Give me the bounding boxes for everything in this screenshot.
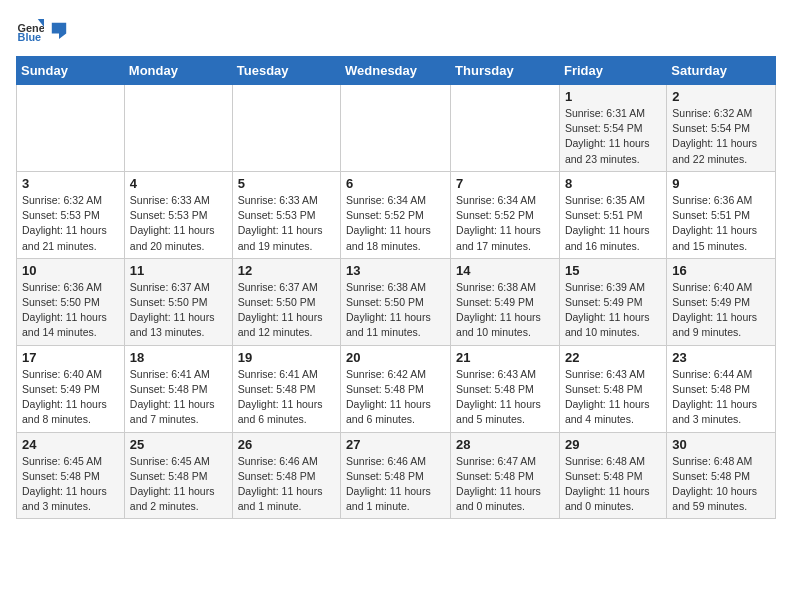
calendar-cell: 7Sunrise: 6:34 AM Sunset: 5:52 PM Daylig… — [451, 171, 560, 258]
day-info: Sunrise: 6:38 AM Sunset: 5:50 PM Dayligh… — [346, 280, 445, 341]
calendar-cell: 17Sunrise: 6:40 AM Sunset: 5:49 PM Dayli… — [17, 345, 125, 432]
calendar-cell: 16Sunrise: 6:40 AM Sunset: 5:49 PM Dayli… — [667, 258, 776, 345]
calendar-cell: 20Sunrise: 6:42 AM Sunset: 5:48 PM Dayli… — [341, 345, 451, 432]
week-row-5: 24Sunrise: 6:45 AM Sunset: 5:48 PM Dayli… — [17, 432, 776, 519]
day-info: Sunrise: 6:41 AM Sunset: 5:48 PM Dayligh… — [130, 367, 227, 428]
calendar-cell: 22Sunrise: 6:43 AM Sunset: 5:48 PM Dayli… — [559, 345, 666, 432]
calendar-cell: 9Sunrise: 6:36 AM Sunset: 5:51 PM Daylig… — [667, 171, 776, 258]
day-info: Sunrise: 6:37 AM Sunset: 5:50 PM Dayligh… — [130, 280, 227, 341]
day-number: 13 — [346, 263, 445, 278]
calendar-cell: 15Sunrise: 6:39 AM Sunset: 5:49 PM Dayli… — [559, 258, 666, 345]
day-number: 22 — [565, 350, 661, 365]
day-info: Sunrise: 6:43 AM Sunset: 5:48 PM Dayligh… — [565, 367, 661, 428]
day-info: Sunrise: 6:38 AM Sunset: 5:49 PM Dayligh… — [456, 280, 554, 341]
day-info: Sunrise: 6:40 AM Sunset: 5:49 PM Dayligh… — [22, 367, 119, 428]
calendar-cell: 23Sunrise: 6:44 AM Sunset: 5:48 PM Dayli… — [667, 345, 776, 432]
day-number: 20 — [346, 350, 445, 365]
calendar-cell: 14Sunrise: 6:38 AM Sunset: 5:49 PM Dayli… — [451, 258, 560, 345]
day-number: 23 — [672, 350, 770, 365]
day-info: Sunrise: 6:34 AM Sunset: 5:52 PM Dayligh… — [346, 193, 445, 254]
week-row-2: 3Sunrise: 6:32 AM Sunset: 5:53 PM Daylig… — [17, 171, 776, 258]
day-info: Sunrise: 6:46 AM Sunset: 5:48 PM Dayligh… — [346, 454, 445, 515]
day-info: Sunrise: 6:48 AM Sunset: 5:48 PM Dayligh… — [672, 454, 770, 515]
day-info: Sunrise: 6:41 AM Sunset: 5:48 PM Dayligh… — [238, 367, 335, 428]
day-number: 9 — [672, 176, 770, 191]
day-info: Sunrise: 6:42 AM Sunset: 5:48 PM Dayligh… — [346, 367, 445, 428]
day-info: Sunrise: 6:34 AM Sunset: 5:52 PM Dayligh… — [456, 193, 554, 254]
svg-marker-3 — [52, 23, 66, 39]
day-number: 29 — [565, 437, 661, 452]
calendar-cell: 13Sunrise: 6:38 AM Sunset: 5:50 PM Dayli… — [341, 258, 451, 345]
calendar-cell — [124, 85, 232, 172]
day-info: Sunrise: 6:44 AM Sunset: 5:48 PM Dayligh… — [672, 367, 770, 428]
day-info: Sunrise: 6:32 AM Sunset: 5:53 PM Dayligh… — [22, 193, 119, 254]
weekday-header-thursday: Thursday — [451, 57, 560, 85]
calendar-cell — [341, 85, 451, 172]
day-number: 2 — [672, 89, 770, 104]
day-info: Sunrise: 6:39 AM Sunset: 5:49 PM Dayligh… — [565, 280, 661, 341]
day-info: Sunrise: 6:47 AM Sunset: 5:48 PM Dayligh… — [456, 454, 554, 515]
calendar-cell: 25Sunrise: 6:45 AM Sunset: 5:48 PM Dayli… — [124, 432, 232, 519]
day-number: 30 — [672, 437, 770, 452]
day-number: 18 — [130, 350, 227, 365]
day-info: Sunrise: 6:32 AM Sunset: 5:54 PM Dayligh… — [672, 106, 770, 167]
day-info: Sunrise: 6:36 AM Sunset: 5:51 PM Dayligh… — [672, 193, 770, 254]
day-number: 6 — [346, 176, 445, 191]
day-number: 12 — [238, 263, 335, 278]
day-number: 5 — [238, 176, 335, 191]
day-number: 15 — [565, 263, 661, 278]
logo: General Blue — [16, 16, 68, 44]
weekday-header-tuesday: Tuesday — [232, 57, 340, 85]
day-number: 21 — [456, 350, 554, 365]
day-info: Sunrise: 6:35 AM Sunset: 5:51 PM Dayligh… — [565, 193, 661, 254]
header: General Blue — [16, 16, 776, 44]
day-number: 17 — [22, 350, 119, 365]
day-number: 19 — [238, 350, 335, 365]
calendar-cell: 10Sunrise: 6:36 AM Sunset: 5:50 PM Dayli… — [17, 258, 125, 345]
day-info: Sunrise: 6:46 AM Sunset: 5:48 PM Dayligh… — [238, 454, 335, 515]
day-info: Sunrise: 6:33 AM Sunset: 5:53 PM Dayligh… — [238, 193, 335, 254]
weekday-header-sunday: Sunday — [17, 57, 125, 85]
calendar-cell: 1Sunrise: 6:31 AM Sunset: 5:54 PM Daylig… — [559, 85, 666, 172]
day-number: 27 — [346, 437, 445, 452]
calendar-cell: 5Sunrise: 6:33 AM Sunset: 5:53 PM Daylig… — [232, 171, 340, 258]
calendar-cell: 8Sunrise: 6:35 AM Sunset: 5:51 PM Daylig… — [559, 171, 666, 258]
calendar-cell: 26Sunrise: 6:46 AM Sunset: 5:48 PM Dayli… — [232, 432, 340, 519]
day-info: Sunrise: 6:40 AM Sunset: 5:49 PM Dayligh… — [672, 280, 770, 341]
calendar-cell — [232, 85, 340, 172]
calendar-cell — [17, 85, 125, 172]
calendar-cell: 24Sunrise: 6:45 AM Sunset: 5:48 PM Dayli… — [17, 432, 125, 519]
calendar-cell: 19Sunrise: 6:41 AM Sunset: 5:48 PM Dayli… — [232, 345, 340, 432]
day-info: Sunrise: 6:33 AM Sunset: 5:53 PM Dayligh… — [130, 193, 227, 254]
logo-icon: General Blue — [16, 16, 44, 44]
day-number: 3 — [22, 176, 119, 191]
day-number: 11 — [130, 263, 227, 278]
day-number: 8 — [565, 176, 661, 191]
day-number: 4 — [130, 176, 227, 191]
calendar-cell: 29Sunrise: 6:48 AM Sunset: 5:48 PM Dayli… — [559, 432, 666, 519]
day-number: 1 — [565, 89, 661, 104]
logo-arrow-icon — [50, 21, 68, 39]
week-row-4: 17Sunrise: 6:40 AM Sunset: 5:49 PM Dayli… — [17, 345, 776, 432]
calendar-cell: 12Sunrise: 6:37 AM Sunset: 5:50 PM Dayli… — [232, 258, 340, 345]
calendar-table: SundayMondayTuesdayWednesdayThursdayFrid… — [16, 56, 776, 519]
day-info: Sunrise: 6:31 AM Sunset: 5:54 PM Dayligh… — [565, 106, 661, 167]
calendar-cell: 21Sunrise: 6:43 AM Sunset: 5:48 PM Dayli… — [451, 345, 560, 432]
day-number: 25 — [130, 437, 227, 452]
week-row-3: 10Sunrise: 6:36 AM Sunset: 5:50 PM Dayli… — [17, 258, 776, 345]
day-number: 7 — [456, 176, 554, 191]
day-number: 24 — [22, 437, 119, 452]
calendar-cell: 11Sunrise: 6:37 AM Sunset: 5:50 PM Dayli… — [124, 258, 232, 345]
svg-text:Blue: Blue — [18, 31, 42, 43]
calendar-cell: 18Sunrise: 6:41 AM Sunset: 5:48 PM Dayli… — [124, 345, 232, 432]
calendar-cell: 3Sunrise: 6:32 AM Sunset: 5:53 PM Daylig… — [17, 171, 125, 258]
calendar-cell: 6Sunrise: 6:34 AM Sunset: 5:52 PM Daylig… — [341, 171, 451, 258]
day-info: Sunrise: 6:45 AM Sunset: 5:48 PM Dayligh… — [130, 454, 227, 515]
calendar-cell: 4Sunrise: 6:33 AM Sunset: 5:53 PM Daylig… — [124, 171, 232, 258]
day-info: Sunrise: 6:36 AM Sunset: 5:50 PM Dayligh… — [22, 280, 119, 341]
calendar-cell: 2Sunrise: 6:32 AM Sunset: 5:54 PM Daylig… — [667, 85, 776, 172]
day-info: Sunrise: 6:45 AM Sunset: 5:48 PM Dayligh… — [22, 454, 119, 515]
day-number: 10 — [22, 263, 119, 278]
day-number: 16 — [672, 263, 770, 278]
week-row-1: 1Sunrise: 6:31 AM Sunset: 5:54 PM Daylig… — [17, 85, 776, 172]
